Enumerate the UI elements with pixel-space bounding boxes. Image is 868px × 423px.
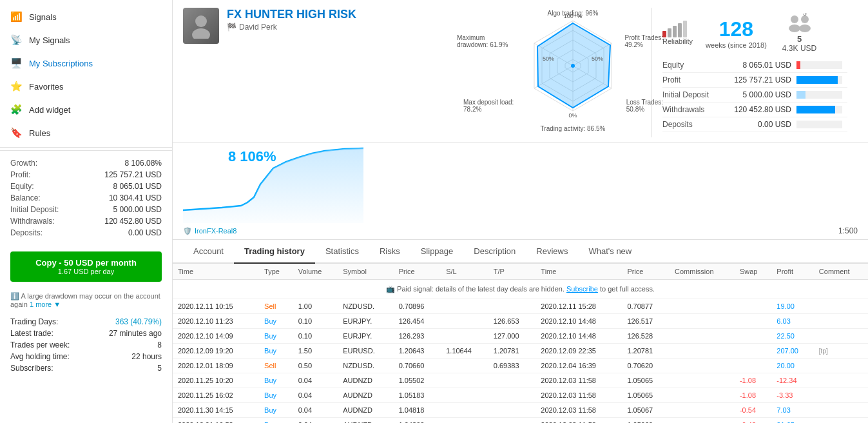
table-cell: 0.69383 xyxy=(488,359,536,373)
table-cell: 0.04 xyxy=(293,418,338,424)
copy-button[interactable]: Copy - 50 USD per month 1.67 USD per day xyxy=(10,251,162,282)
withdrawals-label: Withdrawals: xyxy=(10,217,55,226)
subscribe-link[interactable]: Subscribe xyxy=(566,285,598,293)
table-body: 📺 Paid signal: details of the latest day… xyxy=(173,280,868,424)
table-cell xyxy=(488,388,536,403)
sidebar-item-my-signals[interactable]: 📡My Signals xyxy=(0,28,172,52)
table-cell: 1.50 xyxy=(293,344,338,359)
avg-holding-value: 22 hours xyxy=(131,352,162,361)
sidebar-item-rules[interactable]: 🔖Rules xyxy=(0,121,172,144)
sidebar-item-signals[interactable]: 📶Signals xyxy=(0,5,172,28)
table-cell: [tp] xyxy=(814,344,868,359)
tab-slippage[interactable]: Slippage xyxy=(410,240,464,264)
weeks-label: weeks (since 2018) xyxy=(706,41,767,49)
table-cell xyxy=(814,329,868,344)
table-cell: 2020.12.03 11:58 xyxy=(535,403,622,418)
table-cell xyxy=(441,403,488,418)
table-cell: 1.05502 xyxy=(394,373,441,388)
tab-risks[interactable]: Risks xyxy=(369,240,410,264)
subscribers-icon: 5 xyxy=(782,13,816,34)
growth-display: 8 106% xyxy=(228,148,276,165)
table-cell xyxy=(488,418,536,424)
growth-label: Growth: xyxy=(10,159,37,168)
col-header: Volume xyxy=(293,264,338,280)
extra-stats: Trading Days: 363 (40.79%) Latest trade:… xyxy=(0,312,172,378)
initial-deposit-label: Initial Deposit: xyxy=(10,205,59,214)
equity-row: Equity 8 065.01 USD xyxy=(662,58,847,73)
tab-trading-history[interactable]: Trading history xyxy=(234,240,315,264)
table-cell xyxy=(441,299,488,314)
col-header: Symbol xyxy=(338,264,393,280)
sidebar-item-add-widget[interactable]: 🧩Add widget xyxy=(0,98,172,121)
table-cell: 1.20643 xyxy=(394,344,441,359)
balance-value: 10 304.41 USD xyxy=(109,193,162,202)
withdrawals-value: 120 452.80 USD xyxy=(104,217,162,226)
sidebar-label-my-subscriptions: My Subscriptions xyxy=(29,59,93,68)
table-cell xyxy=(814,418,868,424)
svg-point-11 xyxy=(571,64,575,68)
sidebar-label-rules: Rules xyxy=(29,128,50,138)
table-cell xyxy=(670,359,735,373)
table-cell: 20.00 xyxy=(771,359,814,373)
table-cell: 0.04 xyxy=(293,403,338,418)
table-cell: Sell xyxy=(259,299,293,314)
svg-text:50%: 50% xyxy=(592,55,603,62)
copy-button-main: Copy - 50 USD per month xyxy=(21,258,151,268)
initial-deposit-value: 5 000.00 USD xyxy=(113,205,162,214)
table-cell: 126.653 xyxy=(488,314,536,329)
sidebar-stats: Growth: 8 106.08% Profit: 125 757.21 USD… xyxy=(0,150,172,245)
table-row: 2020.12.01 16:53Buy0.04AUDNZD1.043022020… xyxy=(173,418,868,424)
table-cell: 1.05065 xyxy=(622,388,670,403)
table-cell: EURJPY. xyxy=(338,314,393,329)
table-cell: 2020.11.25 10:20 xyxy=(173,373,259,388)
broker-badge: 🛡️ IronFX-Real8 xyxy=(183,227,236,235)
table-row: 2020.12.01 18:09Sell0.50NZDUSD.0.706600.… xyxy=(173,359,868,373)
tab-description[interactable]: Description xyxy=(463,240,526,264)
add-widget-icon: 🧩 xyxy=(10,104,23,115)
table-cell: 19.00 xyxy=(771,299,814,314)
table-cell: 6.03 xyxy=(771,314,814,329)
trading-days-label: Trading Days: xyxy=(10,317,58,326)
weeks-section: 128 weeks (since 2018) xyxy=(706,17,767,49)
deposits-label: Deposits: xyxy=(10,228,43,237)
provider-name: FX HUNTER HIGH RISK xyxy=(227,8,494,21)
table-cell: 1.05183 xyxy=(394,388,441,403)
table-cell: 126.454 xyxy=(394,314,441,329)
sidebar-item-favorites[interactable]: ⭐Favorites xyxy=(0,75,172,98)
shield-icon: 🛡️ xyxy=(183,227,192,235)
tab-reviews[interactable]: Reviews xyxy=(526,240,578,264)
subscribers-section: 5 5 4.3K USD xyxy=(782,13,816,53)
reliability-row: Reliability 128 weeks (since 2018) 5 5 4… xyxy=(662,13,847,53)
table-cell: 0.10 xyxy=(293,329,338,344)
table-cell xyxy=(441,388,488,403)
radar-container: 100+% 0% 50% 50% Algo trading: 96% Profi… xyxy=(502,8,644,132)
tab-whats-new[interactable]: What's new xyxy=(578,240,642,264)
main-content: FX HUNTER HIGH RISK 🏁 David Perk xyxy=(173,0,868,423)
tab-account[interactable]: Account xyxy=(183,240,234,264)
table-cell xyxy=(441,314,488,329)
subscriber-count-display: 5 xyxy=(782,34,816,44)
sidebar-item-my-subscriptions[interactable]: 🖥️My Subscriptions xyxy=(0,52,172,75)
table-cell: Sell xyxy=(259,359,293,373)
table-cell: -0.54 xyxy=(735,403,771,418)
col-header: Price xyxy=(622,264,670,280)
provider-avatar xyxy=(183,8,219,44)
col-header: S/L xyxy=(441,264,488,280)
table-cell: 2020.12.10 14:48 xyxy=(535,329,622,344)
signals-icon: 📶 xyxy=(10,11,23,23)
table-cell: AUDNZD xyxy=(338,403,393,418)
table-cell xyxy=(814,299,868,314)
sidebar-label-signals: Signals xyxy=(29,12,57,22)
table-cell: 0.70660 xyxy=(394,359,441,373)
table-cell: 127.000 xyxy=(488,329,536,344)
table-container: TimeTypeVolumeSymbolPriceS/LT/PTimePrice… xyxy=(173,264,868,423)
table-cell: 126.528 xyxy=(622,329,670,344)
equity-table: Equity 8 065.01 USD Profit 125 757.21 US… xyxy=(662,58,847,132)
col-header: Commission xyxy=(670,264,735,280)
deposits-value: 0.00 USD xyxy=(128,228,162,237)
tab-statistics[interactable]: Statistics xyxy=(315,240,369,264)
rel-bar-4 xyxy=(678,23,682,37)
table-cell: 2020.12.10 11:23 xyxy=(173,314,259,329)
warning-more-link[interactable]: 1 more xyxy=(30,300,52,308)
table-cell: AUDNZD xyxy=(338,418,393,424)
